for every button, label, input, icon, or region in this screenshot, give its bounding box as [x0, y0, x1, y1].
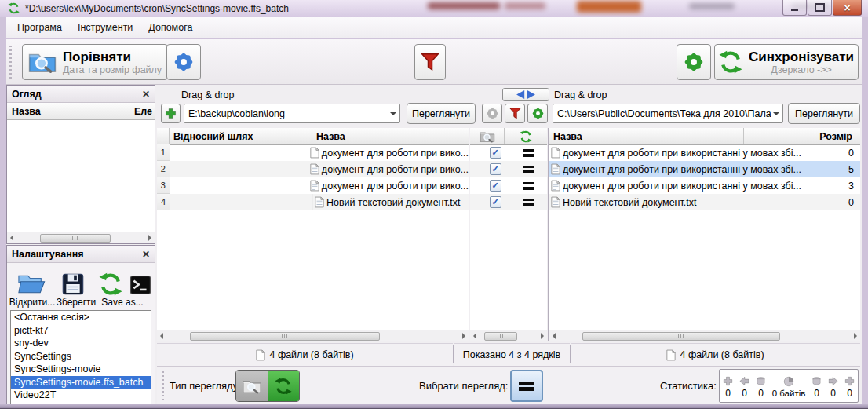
file-row[interactable]: документ для роботи при використанні у м…: [549, 144, 860, 161]
menu-item-tools[interactable]: Інструменти: [70, 19, 140, 36]
swap-sides-button[interactable]: [502, 88, 549, 101]
equal-view-filter-button[interactable]: [510, 370, 543, 402]
scroll-thumb[interactable]: [40, 234, 111, 243]
gear-blue-icon: [173, 51, 195, 73]
action-row[interactable]: ✓: [470, 144, 547, 161]
scroll-right-icon[interactable]: [462, 333, 465, 339]
action-equal-icon[interactable]: [523, 196, 534, 209]
left-browse-button[interactable]: Переглянути: [407, 103, 476, 124]
scroll-thumb[interactable]: [582, 332, 780, 341]
right-grid-col-size[interactable]: Розмір: [744, 128, 860, 144]
scroll-left-icon[interactable]: [553, 333, 556, 339]
gear-green-icon: [683, 51, 705, 73]
config-list-item[interactable]: pictt-kt7: [11, 324, 151, 338]
scroll-left-icon[interactable]: [473, 333, 476, 339]
overview-panel-header[interactable]: Огляд ✕: [7, 86, 155, 103]
file-name: Новий текстовий документ.txt: [326, 197, 461, 208]
include-checkbox[interactable]: ✓: [490, 147, 501, 159]
right-grid-h-scrollbar[interactable]: [549, 330, 860, 341]
name-cell[interactable]: документ для роботи при вико...: [308, 177, 469, 194]
file-row[interactable]: 1 документ для роботи при вико...: [157, 144, 469, 161]
overview-tree-body[interactable]: [7, 120, 155, 234]
file-row-selected[interactable]: документ для роботи при використанні у м…: [549, 161, 860, 177]
file-row[interactable]: 3 документ для роботи при вико...: [157, 177, 469, 194]
overview-column-items[interactable]: Еле: [129, 103, 155, 119]
menu-item-help[interactable]: Допомога: [140, 19, 200, 36]
action-row[interactable]: ✓: [470, 194, 547, 210]
config-list-item[interactable]: SyncSettings: [11, 350, 151, 363]
config-list-item-selected[interactable]: SyncSettings-movie.ffs_batch: [11, 376, 151, 389]
synchronize-button[interactable]: Синхронізувати Дзеркало ->>: [714, 44, 859, 80]
local-comparison-settings-button[interactable]: [482, 104, 502, 123]
config-list-item[interactable]: SyncSettings-movie: [11, 363, 151, 376]
local-sync-settings-button[interactable]: [527, 104, 548, 123]
scroll-right-icon[interactable]: [854, 333, 857, 339]
configuration-panel-header[interactable]: Налаштування ✕: [7, 246, 155, 263]
save-as-button[interactable]: [93, 272, 129, 296]
toggle-compare-view-button[interactable]: [236, 371, 268, 401]
file-row[interactable]: 4 Новий текстовий документ.txt: [157, 194, 469, 210]
config-list-item[interactable]: <Остання сесія>: [11, 311, 151, 324]
combo-dropdown-icon[interactable]: [387, 104, 399, 122]
name-cell[interactable]: документ для роботи при вико...: [308, 161, 469, 177]
configuration-close-icon[interactable]: ✕: [142, 250, 150, 259]
open-folder-icon: [16, 272, 46, 296]
config-list-item[interactable]: Video22T: [11, 389, 151, 402]
config-list-item[interactable]: sny-dev: [11, 337, 151, 350]
local-filter-button[interactable]: [505, 104, 525, 123]
minimize-button[interactable]: [782, 0, 807, 16]
bottom-bar-gripper[interactable]: [162, 371, 164, 400]
stat-value: 0: [720, 388, 736, 399]
maximize-button[interactable]: [808, 0, 832, 16]
action-equal-icon[interactable]: [523, 163, 534, 176]
close-button[interactable]: ×: [833, 0, 862, 16]
include-checkbox[interactable]: ✓: [490, 196, 501, 208]
comparison-settings-button[interactable]: [166, 44, 201, 80]
action-row[interactable]: ✓: [470, 177, 547, 194]
left-path-combo[interactable]: E:\backup\cobian\long: [184, 104, 400, 123]
include-checkbox[interactable]: ✓: [490, 180, 501, 192]
title-bar[interactable]: *D:\users\lex\MyDocuments\cron\SyncSetti…: [0, 0, 868, 17]
file-row[interactable]: документ для роботи при використанні у м…: [549, 177, 860, 194]
scroll-left-icon[interactable]: [160, 333, 163, 339]
middle-grid-h-scrollbar[interactable]: [470, 330, 547, 341]
status-separator: [570, 345, 571, 363]
left-grid-h-scrollbar[interactable]: [157, 330, 469, 341]
combo-dropdown-icon[interactable]: [771, 104, 782, 122]
add-folder-pair-button[interactable]: [161, 104, 181, 123]
filter-settings-button[interactable]: [414, 44, 446, 80]
overview-close-icon[interactable]: ✕: [142, 89, 150, 99]
left-grid-col-relpath[interactable]: Відносний шлях: [170, 128, 312, 144]
toggle-sync-view-button[interactable]: [268, 371, 300, 401]
left-grid-col-name[interactable]: Назва: [312, 128, 469, 144]
save-as-batch-button[interactable]: [128, 274, 153, 296]
scroll-right-icon[interactable]: [541, 333, 544, 339]
file-row[interactable]: Новий текстовий документ.txt 0: [549, 194, 860, 210]
menu-item-program[interactable]: Програма: [9, 19, 70, 36]
middle-header-compare-cell[interactable]: [470, 128, 505, 144]
right-path-combo[interactable]: C:\Users\Public\Documents\Тека для 2010\…: [553, 104, 783, 123]
right-grid-col-name[interactable]: Назва: [549, 128, 744, 144]
scroll-right-icon[interactable]: [148, 235, 151, 241]
sync-settings-button[interactable]: [677, 44, 711, 80]
stat-create-left-icon: [723, 376, 733, 386]
file-row[interactable]: 2 документ для роботи при вико...: [157, 161, 469, 177]
compare-button[interactable]: Порівняти Дата та розмір файлу: [22, 44, 168, 80]
right-browse-button[interactable]: Переглянути: [788, 103, 860, 124]
open-config-button[interactable]: [9, 272, 53, 296]
middle-header-sync-cell[interactable]: [505, 128, 547, 144]
overview-h-scrollbar[interactable]: [7, 232, 155, 243]
save-config-button[interactable]: [53, 272, 92, 296]
overview-column-name[interactable]: Назва: [7, 103, 129, 119]
action-equal-icon[interactable]: [523, 147, 534, 159]
scroll-thumb[interactable]: [484, 332, 517, 341]
scroll-thumb[interactable]: [190, 332, 380, 341]
name-cell[interactable]: Новий текстовий документ.txt: [313, 194, 469, 210]
toolbar-gripper[interactable]: [9, 46, 12, 79]
stat-value: 0: [808, 388, 825, 399]
action-row[interactable]: ✓: [470, 161, 547, 177]
name-cell[interactable]: документ для роботи при вико...: [308, 144, 469, 161]
include-checkbox[interactable]: ✓: [490, 163, 501, 175]
scroll-left-icon[interactable]: [10, 235, 13, 241]
action-equal-icon[interactable]: [523, 180, 534, 192]
